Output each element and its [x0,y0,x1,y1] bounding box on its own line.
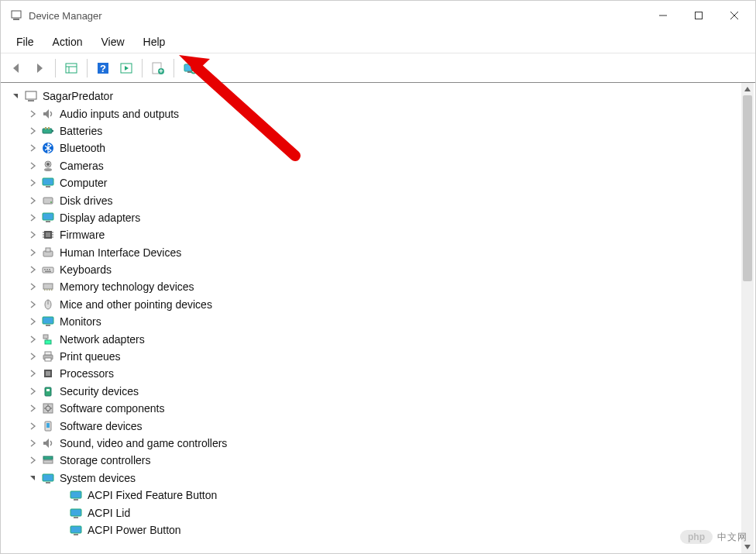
svg-rect-60 [43,335,48,339]
expander-icon[interactable] [27,386,38,397]
tree-item[interactable]: Processors [10,365,741,382]
vertical-scrollbar[interactable] [741,83,754,553]
svg-rect-76 [46,482,50,483]
tree-item[interactable]: Network adapters [10,330,741,347]
content-area: SagarPredatorAudio inputs and outputsBat… [1,83,755,553]
expander-icon[interactable] [27,108,38,119]
expander-icon[interactable] [27,177,38,188]
tree-item[interactable]: Human Interface Devices [10,244,741,261]
tree-item-label: Network adapters [60,333,145,346]
scroll-track[interactable] [741,95,754,541]
tree-item[interactable]: Print queues [10,348,741,365]
show-hide-tree-button[interactable] [60,57,82,79]
svg-text:?: ? [100,63,106,74]
help-button[interactable]: ? [92,57,114,79]
toolbar: ? + + [1,53,755,83]
svg-rect-67 [45,387,51,396]
expander-icon[interactable] [27,316,38,327]
tree-item-label: Audio inputs and outputs [60,108,179,120]
svg-rect-81 [70,526,81,533]
tree-item[interactable]: Audio inputs and outputs [10,105,741,122]
expander-icon[interactable] [27,421,38,432]
expander-icon[interactable] [27,143,38,153]
tree-item-label: Sound, video and game controllers [60,437,227,449]
tree-item[interactable]: Monitors [10,313,741,330]
tree-item[interactable]: System devices [10,470,741,487]
tree-item-label: Human Interface Devices [60,246,181,259]
tree-item[interactable]: Cameras [10,157,741,174]
menu-file[interactable]: File [7,33,43,51]
tree-item[interactable]: Keyboards [10,261,741,278]
svg-rect-58 [46,325,50,326]
tree-item[interactable]: Mice and other pointing devices [10,296,741,313]
tree-item[interactable]: Disk drives [10,191,741,208]
tree-item-label: ACPI Lid [88,507,130,519]
expander-icon[interactable] [27,281,38,292]
expander-icon[interactable] [27,299,38,310]
scroll-thumb[interactable] [743,95,752,281]
tree-item[interactable]: Memory technology devices [10,278,741,295]
menu-view[interactable]: View [91,33,133,51]
expander-icon[interactable] [27,247,38,258]
forward-button[interactable] [29,57,50,79]
expander-icon[interactable] [27,229,38,240]
watermark-brand: php [680,530,713,544]
expander-icon[interactable] [27,264,38,275]
expander-icon[interactable] [27,438,38,449]
expander-icon[interactable] [27,212,38,223]
expander-icon[interactable] [27,160,38,171]
action-button[interactable] [115,57,137,79]
svg-rect-50 [43,284,53,289]
maximize-button[interactable] [681,3,716,28]
display-icon [41,211,55,225]
tree-item-label: Display adapters [60,212,140,224]
tree-item-label: Firmware [60,229,105,241]
expander-icon[interactable] [27,351,38,362]
expander-icon[interactable] [27,195,38,206]
svg-rect-24 [48,127,50,129]
tree-item[interactable]: Sound, video and game controllers [10,435,741,452]
close-button[interactable] [716,3,752,28]
expander-icon[interactable] [27,368,38,379]
expander-icon[interactable] [27,473,38,483]
menu-help[interactable]: Help [134,33,175,51]
tree-item[interactable]: Computer [10,174,741,191]
svg-rect-30 [46,186,50,188]
device-tree[interactable]: SagarPredatorAudio inputs and outputsBat… [1,83,741,553]
expander-icon[interactable] [27,455,38,466]
expander-icon[interactable] [10,91,21,102]
tree-item[interactable]: ACPI Lid [10,504,741,521]
monitor-icon [41,315,55,329]
svg-rect-36 [46,232,50,237]
add-hardware-button[interactable]: + [179,57,201,79]
memory-icon [41,280,55,294]
tree-item[interactable]: Batteries [10,122,741,139]
svg-rect-44 [46,248,50,252]
tree-item[interactable]: Display adapters [10,209,741,226]
titlebar: Device Manager [1,1,755,30]
hid-icon [41,246,55,260]
menu-action[interactable]: Action [43,33,92,51]
expander-icon[interactable] [27,334,38,345]
update-driver-button[interactable]: + [147,57,169,79]
tree-item[interactable]: Software components [10,400,741,417]
svg-rect-80 [74,517,78,518]
scroll-up-arrow[interactable] [741,83,754,95]
tree-item[interactable]: Bluetooth [10,139,741,157]
tree-root[interactable]: SagarPredator [10,88,741,105]
disk-icon [41,194,55,208]
expander-icon[interactable] [27,126,38,136]
tree-item[interactable]: ACPI Fixed Feature Button [10,487,741,504]
svg-rect-74 [43,460,53,463]
tree-item[interactable]: Storage controllers [10,452,741,469]
svg-rect-78 [74,499,78,501]
bluetooth-icon [41,141,55,155]
tree-item-label: Memory technology devices [60,280,194,293]
tree-item[interactable]: ACPI Power Button [10,521,741,539]
tree-item[interactable]: Security devices [10,383,741,400]
expander-icon[interactable] [27,403,38,414]
tree-item[interactable]: Software devices [10,417,741,434]
back-button[interactable] [5,57,27,79]
tree-item[interactable]: Firmware [10,226,741,243]
minimize-button[interactable] [645,3,681,28]
